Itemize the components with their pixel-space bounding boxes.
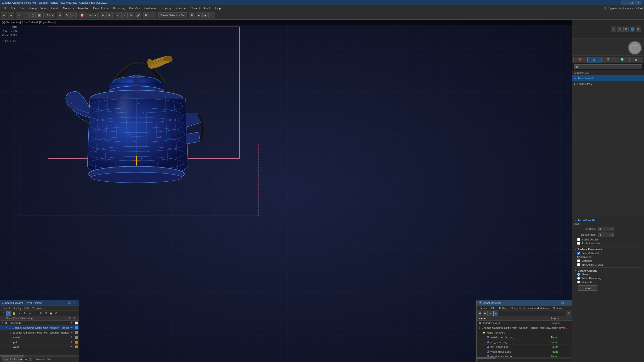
select-region-button[interactable]: ⬚ xyxy=(30,12,36,18)
render-iters-up[interactable]: ▲ xyxy=(610,233,614,235)
menu-group[interactable]: Group xyxy=(27,6,38,10)
scene-explorer-minimize[interactable]: — xyxy=(62,301,66,305)
percent-snap-button[interactable]: % xyxy=(128,12,134,18)
menu-interactive[interactable]: Interactive xyxy=(173,6,189,10)
ref-coord-button[interactable]: 🎯 xyxy=(79,12,85,18)
scale-button[interactable]: ⟨⟩ xyxy=(70,12,77,18)
se-tool-deselect[interactable]: ☰ xyxy=(6,311,11,316)
se-tool-collapse[interactable]: ⊟ xyxy=(43,311,48,316)
minimize-button[interactable]: — xyxy=(621,0,628,5)
se-tool-sort[interactable]: ↕ xyxy=(33,311,38,316)
render-button[interactable]: ▶ xyxy=(196,12,202,18)
at-menu-file[interactable]: File xyxy=(489,307,497,310)
update-options-header[interactable]: Update Options xyxy=(574,269,642,272)
select-name-button[interactable]: ☰ xyxy=(23,12,29,18)
rp-btn4[interactable]: 🌐 xyxy=(630,26,635,32)
selection-filter-dropdown[interactable]: All xyxy=(44,13,55,18)
se-tool-arrows[interactable]: ⇅ xyxy=(22,311,27,316)
se-tool-highlight[interactable]: ⭐ xyxy=(48,311,54,316)
mod-env-button[interactable]: 🌍 xyxy=(616,57,629,62)
at-row-pot-bump[interactable]: 🖼 pot_bump.png Found xyxy=(476,340,572,345)
materials-checkbox[interactable] xyxy=(577,259,580,262)
explicit-normals-checkbox[interactable] xyxy=(577,242,580,245)
menu-animation[interactable]: Animation xyxy=(76,6,91,10)
se-tool-expand[interactable]: ⊞ xyxy=(38,311,43,316)
select-region2-button[interactable]: ▣ xyxy=(36,12,42,18)
se-tool-select[interactable]: ↖ xyxy=(1,311,6,316)
menu-modifiers[interactable]: Modifiers xyxy=(61,6,76,10)
se-footer-btn2[interactable]: ◫ xyxy=(29,358,32,361)
scene-explorer-scrollbar-thumb[interactable] xyxy=(0,355,24,357)
tree-row-wood[interactable]: △ wood 👁 xyxy=(0,345,79,349)
menu-create[interactable]: Create xyxy=(49,6,61,10)
spinner-snap-button[interactable]: 🔗 xyxy=(135,12,141,18)
mod-del-button[interactable]: 🗑 xyxy=(630,57,643,62)
tree-row-pot[interactable]: △ pot 👁 xyxy=(0,340,79,345)
scene-explorer-mode-dropdown[interactable]: Layer Explorer xyxy=(2,357,23,362)
menu-customize[interactable]: Customize xyxy=(142,6,159,10)
modifier-search-input[interactable] xyxy=(574,64,642,69)
undo-button[interactable]: ↩ xyxy=(1,12,7,18)
at-row-pot-diffuse[interactable]: 🖼 pot_diffuse.png Found xyxy=(476,345,572,349)
se-tool-settings[interactable]: ⚙ xyxy=(54,311,59,316)
scene-explorer-close[interactable]: ✕ xyxy=(72,301,77,305)
modifier-turbosmooth[interactable]: TurboSmooth xyxy=(572,75,644,81)
snap-button[interactable]: 3D xyxy=(115,12,121,18)
always-radio[interactable] xyxy=(577,273,580,276)
restore-button[interactable]: ❐ xyxy=(628,0,635,5)
surface-params-header[interactable]: Surface Parameters xyxy=(574,248,642,251)
pivot2-button[interactable]: ⊗ xyxy=(106,12,112,18)
at-tool-btn3[interactable]: ≡ xyxy=(488,311,493,316)
render-setup-button[interactable]: 🖥 xyxy=(189,12,195,18)
redo-button[interactable]: ↪ xyxy=(8,12,14,18)
se-menu-customize[interactable]: Customize xyxy=(30,307,46,310)
menu-rendering[interactable]: Rendering xyxy=(111,6,128,10)
update-button[interactable]: Update xyxy=(578,286,597,291)
at-menu-paths[interactable]: Paths xyxy=(497,307,508,310)
align-button[interactable]: ⫶ xyxy=(150,12,156,18)
tree-row-metal[interactable]: △ metal 👁 xyxy=(0,335,79,340)
rp-btn1[interactable]: + xyxy=(611,26,616,32)
rp-btn3[interactable]: ⚙ xyxy=(624,26,629,32)
se-tool-filter[interactable]: ≡ xyxy=(28,311,32,316)
modifier-editable-poly[interactable]: ▶ Editable Poly xyxy=(572,81,644,87)
move-button[interactable]: ✥ xyxy=(57,12,63,18)
menu-scripting[interactable]: Scripting xyxy=(159,6,173,10)
at-menu-server[interactable]: Server xyxy=(478,307,489,310)
menu-views[interactable]: Views xyxy=(38,6,49,10)
tree-row-0-default[interactable]: ▼ ◼ 0 (default) 👁 xyxy=(0,321,79,325)
menu-file[interactable]: File xyxy=(1,6,9,10)
se-menu-edit[interactable]: Edit xyxy=(23,307,30,310)
iterations-up[interactable]: ▲ xyxy=(610,227,614,229)
close-button[interactable]: ✕ xyxy=(636,0,642,5)
at-row-wood-diffuse[interactable]: 🖼 wood_diffuse.png Found xyxy=(476,349,572,354)
at-menu-options[interactable]: Options xyxy=(551,307,564,310)
curve-editor-button[interactable]: 〜 xyxy=(209,12,215,18)
at-menu-bitmap[interactable]: Bitmap Performance and Memory xyxy=(508,307,551,310)
rp-btn2[interactable]: ✎ xyxy=(617,26,622,32)
mirror-button[interactable]: ⊞ xyxy=(143,12,150,18)
at-tool-btn2[interactable]: ▶ xyxy=(483,311,488,316)
smoothing-groups-checkbox[interactable] xyxy=(577,263,580,266)
menu-arnold[interactable]: Arnold xyxy=(202,6,214,10)
at-row-vault[interactable]: 🏛 Autodesk Vault Logged... xyxy=(476,321,572,325)
material-editor-button[interactable]: ◈ xyxy=(202,12,208,18)
menu-edit[interactable]: Edit xyxy=(9,6,18,10)
at-close-button[interactable]: ✕ xyxy=(566,301,570,305)
tree-row-enamel-main[interactable]: ▶ △ Enamel_Camping_Kettle_with_Wooden_Ha… xyxy=(0,325,79,330)
sign-in-button[interactable]: Sign In xyxy=(608,7,617,9)
create-selection-button[interactable]: Create Selection Set xyxy=(158,12,187,18)
iterations-input[interactable] xyxy=(598,227,610,231)
se-tool-lock[interactable]: 🔒 xyxy=(12,311,16,316)
menu-content[interactable]: Content xyxy=(189,6,202,10)
rotate-button[interactable]: ↻ xyxy=(64,12,70,18)
angle-snap-button[interactable]: ∠ xyxy=(122,12,128,18)
se-menu-select[interactable]: Select xyxy=(1,307,12,310)
mod-pin-button[interactable]: 📌 xyxy=(573,57,587,62)
mod-anim-button[interactable]: 🎬 xyxy=(601,57,615,62)
at-minimize-button[interactable]: — xyxy=(555,301,560,305)
select-button[interactable]: ↖ xyxy=(16,12,22,18)
iterations-down[interactable]: ▼ xyxy=(610,229,614,231)
at-tool-btn1[interactable]: ◼ xyxy=(478,311,482,316)
render-iters-input[interactable] xyxy=(598,233,610,237)
